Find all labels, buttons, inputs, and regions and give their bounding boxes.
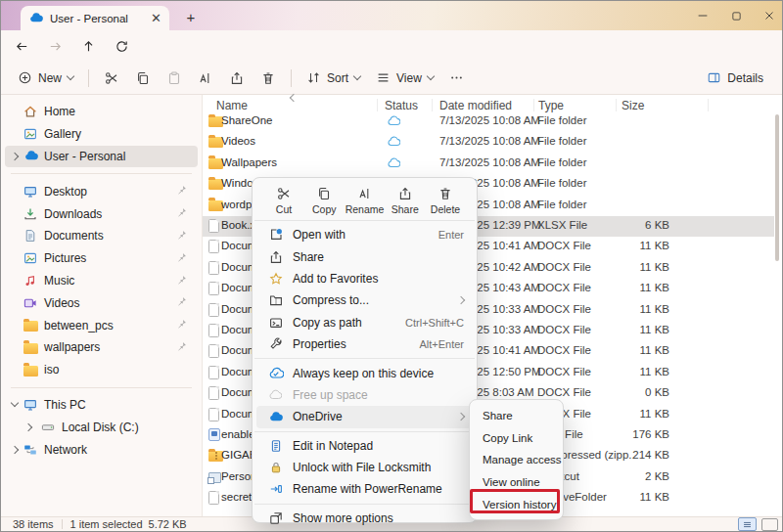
new-button[interactable]: New — [11, 66, 80, 91]
sidebar-item-desktop[interactable]: Desktop — [5, 180, 198, 202]
sidebar-item-label: Pictures — [44, 251, 86, 265]
up-button[interactable] — [75, 34, 101, 58]
menu-divider — [254, 431, 475, 432]
sidebar-item-user-personal[interactable]: User - Personal — [5, 146, 198, 168]
refresh-button[interactable] — [109, 34, 134, 58]
sidebar-item-wallpapers[interactable]: wallpapers — [5, 336, 198, 359]
cut-quick-button[interactable]: Cut — [264, 186, 303, 215]
tab-user-personal[interactable]: User - Personal ✕ — [21, 6, 169, 30]
sidebar-item-documents[interactable]: Documents — [5, 225, 198, 247]
menu-item-copy-as-path[interactable]: Copy as path Ctrl+Shift+C — [256, 312, 473, 333]
menu-item-rename-with-powerrename[interactable]: Rename with PowerRename — [256, 478, 473, 500]
rename-button[interactable] — [191, 66, 220, 91]
delete-button[interactable] — [253, 66, 283, 91]
sidebar-item-label: Network — [44, 443, 87, 457]
share-icon — [268, 249, 285, 265]
view-button[interactable]: View — [369, 66, 440, 91]
share-button[interactable] — [222, 66, 252, 91]
copy-button[interactable] — [128, 66, 158, 91]
submenu-item-copy-link[interactable]: Copy Link — [470, 427, 563, 450]
menu-item-free-up-space[interactable]: Free up space — [256, 384, 473, 406]
menu-item-label: Add to Favorites — [293, 272, 378, 286]
column-divider — [432, 99, 433, 111]
file-row[interactable]: Videos 7/13/2025 10:08 AM File folder — [203, 132, 774, 153]
vertical-scrollbar[interactable] — [775, 114, 779, 261]
column-header-status[interactable]: Status — [385, 99, 418, 112]
column-divider — [616, 99, 617, 111]
column-header-date[interactable]: Date modified — [439, 99, 512, 112]
paste-button[interactable] — [160, 66, 189, 91]
close-button[interactable] — [753, 1, 783, 30]
sidebar-item-home[interactable]: Home — [5, 101, 198, 123]
submenu-item-share[interactable]: Share — [470, 405, 563, 427]
column-header-type[interactable]: Type — [538, 99, 564, 112]
menu-item-properties[interactable]: Properties Alt+Enter — [256, 333, 473, 355]
minimize-button[interactable] — [686, 1, 719, 30]
new-tab-button[interactable]: + — [180, 7, 202, 26]
expand-chevron-icon[interactable] — [11, 445, 19, 453]
menu-item-show-more-options[interactable]: Show more options — [256, 508, 473, 529]
sidebar-item-local-disk-c-[interactable]: Local Disk (C:) — [5, 416, 198, 438]
menu-item-always-keep-on-this-device[interactable]: Always keep on this device — [256, 362, 473, 383]
forward-button[interactable] — [42, 34, 68, 58]
expand-chevron-icon[interactable] — [24, 423, 32, 431]
cloud-status-icon — [387, 135, 400, 149]
sidebar-item-label: Videos — [44, 296, 79, 310]
share-quick-button[interactable]: Share — [386, 186, 425, 215]
pin-icon — [175, 184, 188, 197]
selection-count: 1 item selected — [70, 518, 143, 530]
cloud-gray-icon — [268, 388, 285, 402]
file-row[interactable]: Wallpapers 7/13/2025 10:08 AM File folde… — [203, 154, 774, 174]
sidebar-item-downloads[interactable]: Downloads — [5, 202, 198, 225]
menu-item-unlock-with-file-locksmith[interactable]: Unlock with File Locksmith — [256, 457, 473, 478]
folder-icon — [23, 339, 38, 355]
items-count: 38 items — [13, 518, 54, 530]
file-row[interactable]: ShareOne 7/13/2025 10:08 AM File folder — [203, 111, 774, 132]
sidebar-item-iso[interactable]: iso — [5, 359, 198, 381]
folder-icon — [23, 362, 38, 377]
submenu-item-label: Share — [483, 410, 513, 421]
sidebar-item-label: Home — [44, 105, 75, 118]
sidebar-item-this-pc[interactable]: This PC — [5, 394, 198, 417]
large-icons-view-toggle[interactable] — [761, 518, 778, 531]
see-more-button[interactable] — [442, 66, 471, 91]
delete-quick-button[interactable]: Delete — [426, 186, 465, 215]
details-pane-button[interactable]: Details — [700, 66, 770, 91]
chevron-down-icon — [427, 72, 435, 80]
navigation-bar: OneDrive User - Personal Search User - P… — [1, 30, 783, 62]
copy-quick-button[interactable]: Copy — [304, 186, 344, 215]
view-label: View — [396, 71, 422, 85]
sidebar-item-network[interactable]: Network — [5, 438, 198, 461]
gallery-icon — [23, 250, 38, 266]
expand-chevron-icon[interactable] — [11, 399, 19, 407]
column-header-name[interactable]: Name — [216, 99, 248, 112]
rename-quick-button[interactable]: Rename — [345, 186, 385, 215]
sidebar-item-gallery[interactable]: Gallery — [5, 123, 198, 146]
cut-button[interactable] — [97, 66, 126, 91]
expand-chevron-icon[interactable] — [11, 153, 19, 160]
column-divider — [533, 99, 534, 111]
sidebar-item-label: This PC — [44, 398, 86, 412]
menu-item-edit-in-notepad[interactable]: Edit in Notepad — [256, 435, 473, 457]
onedrive-cloud-icon — [28, 11, 43, 25]
tab-close-icon[interactable]: ✕ — [151, 12, 161, 24]
sidebar-item-pictures[interactable]: Pictures — [5, 247, 198, 270]
details-view-toggle[interactable] — [738, 517, 757, 531]
file-size: 11 KB — [581, 491, 669, 503]
menu-item-compress-to-[interactable]: Compress to... — [256, 289, 473, 311]
sidebar-item-music[interactable]: Music — [5, 270, 198, 292]
home-icon — [23, 104, 38, 119]
sort-button[interactable]: Sort — [299, 66, 367, 91]
back-button[interactable] — [9, 34, 34, 58]
menu-item-share[interactable]: Share — [256, 245, 473, 267]
menu-item-onedrive[interactable]: OneDrive — [256, 406, 473, 427]
cut-icon — [276, 186, 292, 201]
sidebar-item-between-pcs[interactable]: between_pcs — [5, 314, 198, 336]
maximize-button[interactable] — [719, 1, 753, 30]
menu-item-add-to-favorites[interactable]: Add to Favorites — [256, 268, 473, 289]
sidebar-item-videos[interactable]: Videos — [5, 291, 198, 314]
menu-item-open-with[interactable]: Open with Enter — [256, 224, 473, 245]
submenu-item-manage-access[interactable]: Manage access — [470, 449, 563, 471]
compress-icon — [268, 292, 285, 308]
column-header-size[interactable]: Size — [622, 99, 644, 112]
